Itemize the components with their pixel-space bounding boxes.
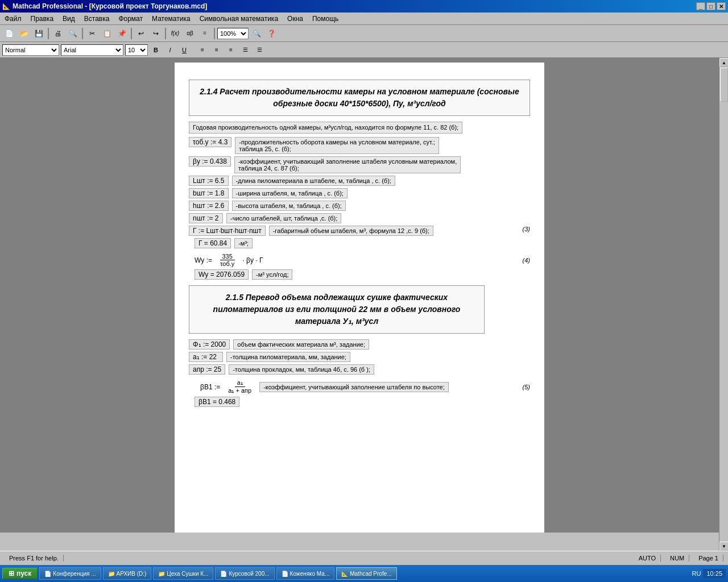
menu-windows[interactable]: Окна [283, 13, 308, 24]
bold-button[interactable]: B [150, 44, 162, 56]
undo-button[interactable]: ↩ [134, 27, 148, 40]
underline-button[interactable]: U [178, 44, 191, 56]
menu-view[interactable]: Вид [58, 13, 80, 24]
help-button[interactable]: ❓ [264, 27, 278, 40]
numbering-button[interactable]: ☰ [253, 44, 266, 56]
phi1-row: Φ₁ := 2000 объем фактических материала м… [189, 339, 530, 350]
menu-insert[interactable]: Вставка [80, 13, 114, 24]
scrollbar-vertical[interactable]: ▲ ▼ [719, 58, 728, 551]
g-result-unit: -м³; [234, 238, 253, 248]
scroll-up-button[interactable]: ▲ [719, 58, 728, 67]
menu-bar: Файл Правка Вид Вставка Формат Математик… [0, 13, 728, 25]
n-sht-assign: nшт := 2 [189, 213, 223, 223]
b-sht-comment: -ширина штабеля, м, таблица , с. (б); [232, 188, 348, 198]
l-sht-assign: Lшт := 6.5 [189, 176, 229, 186]
menu-edit[interactable]: Правка [26, 13, 59, 24]
font-select[interactable]: Arial [61, 44, 123, 56]
phi1-comment: объем фактических материала м³, задание; [233, 339, 369, 350]
taskbar-item-4[interactable]: 📄 Коженяко Ма... [276, 567, 335, 580]
new-button[interactable]: 📄 [2, 27, 16, 40]
tau-ob-assign: τоб.у := 4.3 [189, 137, 231, 147]
beta-v1-frac-den: a₁ + aпр [226, 387, 254, 394]
scroll-thumb[interactable] [720, 68, 728, 102]
status-bar: Press F1 for help. AUTO NUM Page 1 [0, 551, 728, 565]
taskbar-item-5[interactable]: 📐 Mathcad Profe... [336, 567, 396, 580]
start-button[interactable]: ⊞ пуск [2, 568, 38, 579]
beta-u-comment: -коэффициент, учитывающий заполнение шта… [234, 156, 461, 173]
beta-v1-label: βВ1 := [200, 383, 220, 391]
align-left-button[interactable]: ≡ [196, 44, 209, 56]
taskbar-item-3[interactable]: 📄 Курсовой 200... [215, 567, 274, 580]
n-sht-row: nшт := 2 -число штабелей, шт, таблица ,с… [189, 213, 530, 223]
style-select[interactable]: Normal [2, 44, 59, 56]
paste-button[interactable]: 📌 [115, 27, 129, 40]
align-center-button[interactable]: ≡ [210, 44, 223, 56]
size-select[interactable]: 10 [125, 44, 148, 56]
bullets-button[interactable]: ☰ [239, 44, 251, 56]
windows-icon: ⊞ [9, 569, 14, 577]
g-formula-assign: Г := Lшт·bшт·hшт·nшт [189, 226, 266, 236]
separator2 [82, 28, 83, 39]
wy-formula-num: (4) [523, 257, 530, 264]
beta-v1-num: (5) [523, 384, 530, 390]
format-toolbar: Normal Arial 10 B I U ≡ ≡ ≡ ☰ ☰ [0, 42, 728, 58]
status-mode: AUTO [634, 555, 661, 562]
open-button[interactable]: 📂 [17, 27, 31, 40]
zoom-select[interactable]: 100% [217, 28, 249, 39]
b-sht-assign: bшт := 1.8 [189, 188, 229, 198]
print-button[interactable]: 🖨 [51, 27, 65, 40]
menu-symbolic[interactable]: Символьная математика [195, 13, 283, 24]
wy-frac-den: τоб.у [218, 260, 237, 267]
separator5 [214, 28, 215, 39]
g-result-value: Г = 60.84 [195, 238, 231, 248]
save-button[interactable]: 💾 [32, 27, 46, 40]
task-label-2: Цеха Сушки К... [167, 571, 208, 577]
wy-formula-row: Wу := 335 τоб.у · βу · Г (4) [195, 253, 530, 267]
menu-format[interactable]: Формат [114, 13, 147, 24]
start-label: пуск [16, 569, 31, 577]
a1-comment: -толщина пиломатериала, мм, задание; [226, 352, 350, 362]
math-button[interactable]: f(x) [168, 27, 182, 40]
redo-button[interactable]: ↪ [149, 27, 163, 40]
align-right-button[interactable]: ≡ [225, 44, 237, 56]
apr-assign: aпр := 25 [189, 364, 225, 375]
status-page: Page 1 [694, 555, 723, 562]
taskbar-item-0[interactable]: 📄 Конференция ... [39, 567, 101, 580]
h-sht-assign: hшт := 2.6 [189, 201, 229, 211]
calc-button[interactable]: = [198, 27, 212, 40]
separator4 [165, 28, 166, 39]
intro-text: Годовая производительность одной камеры,… [189, 122, 530, 134]
copy-button[interactable]: 📋 [100, 27, 114, 40]
l-sht-comment: -длина пиломатериала в штабеле, м, табли… [232, 176, 395, 186]
menu-math[interactable]: Математика [147, 13, 195, 24]
taskbar-item-2[interactable]: 📁 Цеха Сушки К... [153, 567, 213, 580]
close-button[interactable]: ✕ [717, 2, 726, 10]
menu-file[interactable]: Файл [0, 13, 26, 24]
minimize-button[interactable]: _ [696, 2, 705, 10]
window-title: Mathcad Professional - [Курсовой проект … [13, 2, 207, 10]
scroll-down-button[interactable]: ▼ [719, 542, 728, 551]
preview-button[interactable]: 🔍 [66, 27, 80, 40]
section-214-title: 2.1.4 Расчет производительности камеры н… [198, 86, 521, 110]
task-icon-3: 📄 [220, 571, 227, 577]
greek-button[interactable]: αβ [183, 27, 197, 40]
wy-frac: 335 τоб.у [218, 253, 237, 267]
maximize-button[interactable]: □ [706, 2, 715, 10]
menu-help[interactable]: Помощь [308, 13, 343, 24]
beta-u-row: βу := 0.438 -коэффициент, учитывающий за… [189, 156, 530, 173]
task-icon-5: 📐 [341, 571, 348, 577]
beta-v1-frac-num: a₁ [235, 379, 245, 387]
task-label-0: Конференция ... [53, 571, 96, 577]
taskbar-item-1[interactable]: 📁 АРХИВ (D:) [103, 567, 152, 580]
b-sht-row: bшт := 1.8 -ширина штабеля, м, таблица ,… [189, 188, 530, 198]
zoom-in[interactable]: 🔍 [250, 27, 263, 40]
taskbar-right: RU 10:25 [692, 569, 726, 578]
clock: 10:25 [703, 569, 726, 578]
g-formula-num: (3) [513, 226, 530, 232]
scroll-track[interactable] [719, 67, 728, 542]
italic-button[interactable]: I [164, 44, 176, 56]
cut-button[interactable]: ✂ [85, 27, 99, 40]
task-icon-4: 📄 [282, 571, 288, 577]
beta-v1-frac: a₁ a₁ + aпр [226, 379, 254, 394]
tau-ob-comment: -продолжительность оборота камеры на усл… [235, 137, 439, 154]
